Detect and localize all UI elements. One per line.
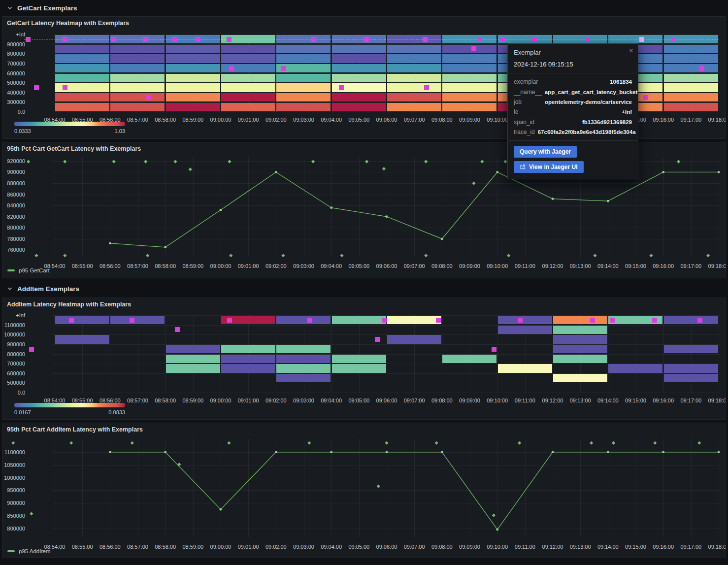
- heatmap-cell[interactable]: [166, 93, 220, 101]
- heatmap-cell[interactable]: [442, 355, 496, 363]
- exemplar-marker[interactable]: [175, 327, 180, 332]
- section-header-additem[interactable]: AddItem Exemplars: [0, 282, 728, 296]
- heatmap-cell[interactable]: [664, 54, 718, 63]
- heatmap-cell[interactable]: [276, 103, 331, 111]
- heatmap-cell[interactable]: [664, 316, 718, 324]
- exemplar-marker[interactable]: [307, 318, 312, 323]
- heatmap-cell[interactable]: [110, 54, 165, 63]
- heatmap-cell[interactable]: [166, 355, 220, 363]
- heatmap-cell[interactable]: [553, 326, 607, 334]
- heatmap-cell[interactable]: [110, 103, 165, 111]
- heatmap-cell[interactable]: [442, 83, 496, 92]
- exemplar-marker[interactable]: [585, 37, 590, 42]
- exemplar-marker[interactable]: [63, 37, 67, 42]
- heatmap-cell[interactable]: [664, 45, 718, 53]
- heatmap-cell[interactable]: [221, 83, 275, 92]
- heatmap-cell[interactable]: [166, 103, 220, 111]
- exemplar-marker[interactable]: [196, 37, 200, 42]
- panel-title[interactable]: 95th Pct Cart GetCart Latency with Exemp…: [7, 145, 141, 152]
- heatmap-cell[interactable]: [221, 54, 275, 63]
- heatmap-cell[interactable]: [332, 103, 386, 111]
- heatmap-cell[interactable]: [387, 335, 441, 343]
- heatmap-cell[interactable]: [276, 364, 331, 372]
- exemplar-marker[interactable]: [423, 37, 428, 42]
- heatmap-cell[interactable]: [664, 103, 718, 111]
- panel-title[interactable]: 95th Pct Cart AddItem Latency with Exemp…: [7, 426, 143, 433]
- heatmap-cell[interactable]: [332, 316, 386, 324]
- exemplar-marker[interactable]: [610, 318, 615, 323]
- heatmap-cell[interactable]: [276, 316, 331, 324]
- exemplar-marker[interactable]: [652, 318, 657, 323]
- exemplar-marker[interactable]: [69, 318, 74, 323]
- heatmap-cell[interactable]: [110, 64, 165, 72]
- exemplar-marker[interactable]: [172, 37, 177, 42]
- exemplar-marker[interactable]: [34, 85, 39, 90]
- chevron-down-icon[interactable]: [7, 5, 13, 11]
- heatmap-cell[interactable]: [387, 83, 441, 92]
- heatmap-cell[interactable]: [332, 355, 386, 363]
- exemplar-marker[interactable]: [227, 318, 232, 323]
- heatmap-cell[interactable]: [166, 64, 220, 72]
- heatmap-cell[interactable]: [55, 64, 109, 72]
- heatmap-cell[interactable]: [442, 64, 496, 72]
- heatmap-cell[interactable]: [110, 74, 165, 82]
- heatmap-cell[interactable]: [110, 93, 165, 101]
- heatmap-cell[interactable]: [498, 364, 552, 372]
- exemplar-marker[interactable]: [339, 85, 344, 90]
- close-icon[interactable]: ×: [629, 47, 633, 54]
- heatmap-cell[interactable]: [55, 103, 109, 111]
- view-in-jaeger-button[interactable]: View in Jaeger UI: [514, 161, 584, 173]
- heatmap-cell[interactable]: [442, 103, 496, 111]
- heatmap-cell[interactable]: [221, 103, 275, 111]
- heatmap-cell[interactable]: [166, 74, 220, 82]
- heatmap-cell[interactable]: [387, 103, 441, 111]
- heatmap-cell[interactable]: [608, 364, 662, 372]
- exemplar-marker[interactable]: [227, 37, 232, 42]
- heatmap-cell[interactable]: [166, 54, 220, 63]
- exemplar-marker[interactable]: [382, 318, 387, 323]
- exemplar-marker[interactable]: [590, 318, 595, 323]
- exemplar-marker[interactable]: [500, 37, 505, 42]
- heatmap-cell[interactable]: [387, 74, 441, 82]
- exemplar-marker[interactable]: [29, 347, 34, 352]
- heatmap-cell[interactable]: [553, 316, 607, 324]
- heatmap-cell[interactable]: [55, 74, 109, 82]
- heatmap-cell[interactable]: [221, 345, 275, 353]
- heatmap-cell[interactable]: [442, 54, 496, 63]
- legend-label[interactable]: p95 AddItem: [19, 548, 51, 554]
- heatmap-cell[interactable]: [110, 45, 165, 53]
- heatmap-cell[interactable]: [221, 45, 275, 53]
- series-legend[interactable]: p95 AddItem: [7, 548, 51, 554]
- exemplar-marker[interactable]: [492, 347, 496, 352]
- heatmap-cell[interactable]: [664, 364, 718, 372]
- heatmap-cell[interactable]: [387, 54, 441, 63]
- exemplar-marker[interactable]: [436, 318, 441, 323]
- exemplar-marker[interactable]: [471, 46, 476, 51]
- heatmap-cell[interactable]: [276, 374, 331, 382]
- exemplar-marker[interactable]: [643, 95, 648, 100]
- heatmap-cell[interactable]: [276, 54, 331, 63]
- heatmap-cell[interactable]: [332, 93, 386, 101]
- heatmap-cell[interactable]: [166, 364, 220, 372]
- heatmap-cell[interactable]: [442, 45, 496, 53]
- heatmap-cell[interactable]: [166, 83, 220, 92]
- heatmap-cell[interactable]: [553, 355, 607, 363]
- exemplar-marker[interactable]: [375, 337, 380, 342]
- heatmap-cell[interactable]: [553, 345, 607, 353]
- heatmap-cell[interactable]: [442, 74, 496, 82]
- exemplar-marker[interactable]: [671, 37, 676, 42]
- heatmap-cell[interactable]: [276, 345, 331, 353]
- heatmap-cell[interactable]: [664, 345, 718, 353]
- heatmap-cell[interactable]: [221, 364, 275, 372]
- heatmap-cell[interactable]: [221, 74, 275, 82]
- exemplar-marker-selected[interactable]: [639, 37, 644, 42]
- heatmap-cell[interactable]: [664, 83, 718, 92]
- heatmap-cell[interactable]: [166, 345, 220, 353]
- exemplar-marker[interactable]: [130, 318, 134, 323]
- legend-label[interactable]: p95 GetCart: [19, 267, 50, 273]
- exemplar-marker[interactable]: [143, 37, 148, 42]
- exemplar-marker[interactable]: [424, 85, 429, 90]
- heatmap-cell[interactable]: [387, 93, 441, 101]
- exemplar-marker[interactable]: [697, 318, 702, 323]
- heatmap-cell[interactable]: [387, 45, 441, 53]
